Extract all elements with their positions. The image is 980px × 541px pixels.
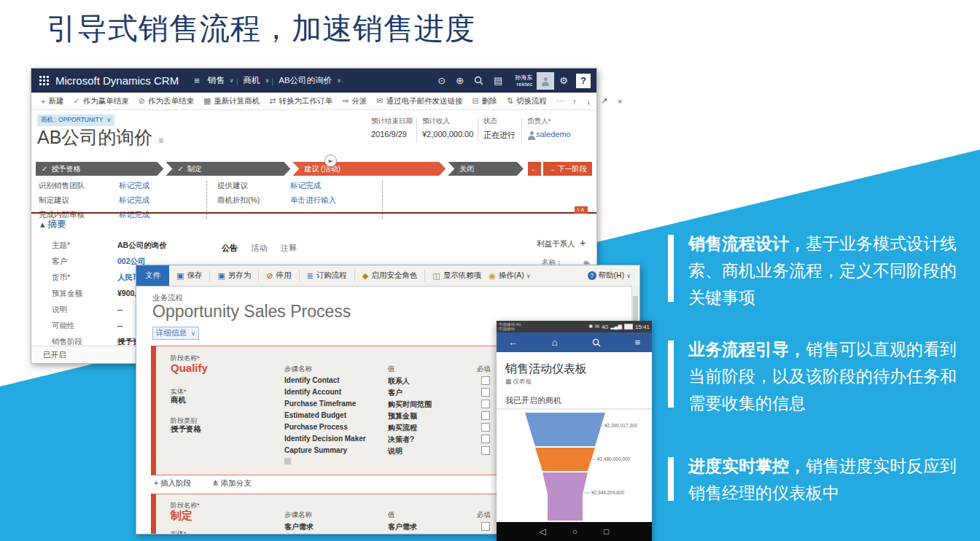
step-value[interactable]: 说明 — [388, 446, 402, 456]
chevron-down-icon[interactable]: ∨ — [230, 77, 234, 84]
tab-activities[interactable]: 活动 — [251, 244, 267, 252]
add-stakeholder-button[interactable]: + — [580, 237, 586, 249]
file-button[interactable]: 文件 — [136, 265, 169, 286]
task-action[interactable]: 标记完成 — [119, 181, 149, 191]
switch-process-button[interactable]: ⇅切换流程 — [507, 96, 547, 106]
next-stage-button[interactable]: →下一阶段 — [543, 162, 592, 176]
required-checkbox[interactable] — [481, 435, 490, 443]
step-name[interactable]: Identify Contact — [284, 376, 340, 384]
close-icon[interactable]: × — [618, 97, 622, 106]
stage-propose-active[interactable]: 建议 (活动) — [292, 162, 446, 176]
step-value[interactable]: 决策者? — [388, 435, 414, 445]
step-name[interactable]: Estimated Budget — [284, 411, 346, 419]
funnel-chart[interactable]: ¥2,390,017,300 ¥1,480,000,000 ¥2,944,209… — [502, 411, 646, 522]
android-back-button[interactable]: ◁ — [540, 526, 546, 537]
tab-posts[interactable]: 公告 — [222, 244, 238, 252]
chevron-down-icon[interactable]: ∨ — [337, 77, 341, 84]
deactivate-button[interactable]: ⊘停用 — [266, 270, 291, 281]
user-block[interactable]: 孙海东 rektec — [515, 74, 532, 87]
summary-section-title[interactable]: ▴ 摘要 — [40, 218, 66, 231]
funnel-segment-2[interactable] — [535, 448, 595, 471]
header-field-status[interactable]: 状态正在进行 — [483, 117, 516, 141]
new-button[interactable]: +新建 — [41, 96, 63, 106]
required-checkbox[interactable] — [481, 400, 490, 408]
hamburger-icon[interactable]: ≡ — [194, 75, 200, 86]
assign-button[interactable]: ⇒分派 — [342, 96, 367, 106]
stage-develop[interactable]: ✓制定 — [166, 162, 290, 176]
field-value[interactable]: -- — [117, 305, 122, 315]
step-name[interactable]: Identify Decision Maker — [284, 435, 366, 443]
nav-sales[interactable]: 销售 — [208, 75, 225, 86]
step-name[interactable]: Capture Summary — [284, 446, 347, 454]
quick-create-icon[interactable]: ⊕ — [456, 75, 464, 86]
step-name[interactable]: Purchase Timeframe — [284, 400, 356, 408]
header-field-est-close[interactable]: 预计结束日期2016/9/29 — [371, 117, 413, 139]
step-name[interactable]: Purchase Process — [284, 423, 348, 431]
recently-viewed-icon[interactable]: ⊙ — [438, 75, 446, 86]
stage-name-value[interactable]: Qualify — [171, 362, 208, 374]
field-value[interactable]: -- — [117, 321, 122, 331]
required-checkbox[interactable] — [481, 388, 490, 397]
save-button[interactable]: ▣保存 — [176, 270, 202, 281]
step-name[interactable]: Identify Account — [284, 388, 341, 396]
menu-icon[interactable]: ≡ — [634, 337, 640, 348]
security-roles-button[interactable]: ◆启用安全角色 — [362, 270, 417, 281]
android-home-button[interactable]: ○ — [572, 526, 578, 537]
step-value[interactable]: 客户需求 — [388, 522, 417, 532]
stage-qualify[interactable]: ✓授予资格 — [36, 162, 163, 176]
app-launcher-icon[interactable] — [39, 75, 50, 86]
save-as-button[interactable]: ▣另存为 — [217, 270, 251, 281]
task-action[interactable]: 标记完成 — [119, 195, 149, 206]
home-icon[interactable]: ⌂ — [552, 337, 558, 348]
add-branch-button[interactable]: ⋔ 添加分支 — [212, 478, 252, 489]
dashboard-subtitle[interactable]: ▦ 仪表板 — [505, 378, 532, 386]
required-checkbox[interactable] — [481, 446, 490, 455]
title-menu-icon[interactable]: ≡ — [158, 136, 163, 146]
record-type-badge[interactable]: 商机 : OPPORTUNITY ∨ — [37, 114, 114, 126]
more-commands-button[interactable]: ⋯ — [556, 96, 567, 106]
task-action[interactable]: 单击进行输入 — [290, 195, 336, 206]
field-value[interactable]: AB公司的询价 — [117, 241, 167, 251]
gear-icon[interactable]: ⚙ — [559, 75, 568, 86]
previous-stage-button[interactable]: ← — [528, 162, 541, 176]
delete-button[interactable]: ⊟删除 — [472, 96, 497, 106]
funnel-segment-3[interactable] — [542, 472, 588, 521]
help-menu[interactable]: ?帮助(H)∨ — [588, 270, 631, 281]
funnel-segment-1[interactable] — [525, 413, 605, 446]
step-value[interactable]: 联系人 — [388, 376, 410, 386]
chevron-down-icon[interactable]: ∨ — [265, 77, 270, 84]
actions-menu[interactable]: ◉操作(A)∨ — [489, 270, 530, 281]
required-checkbox[interactable] — [481, 522, 490, 531]
email-link-button[interactable]: ✉通过电子邮件发送链接 — [376, 96, 462, 106]
back-icon[interactable]: ← — [508, 337, 518, 348]
required-checkbox[interactable] — [481, 423, 490, 432]
add-step-stub[interactable] — [284, 458, 291, 464]
search-icon[interactable] — [592, 338, 601, 347]
insert-stage-button[interactable]: + 插入阶段 — [154, 478, 191, 489]
task-action[interactable]: 标记完成 — [290, 181, 321, 191]
show-dependencies-button[interactable]: ◫显示依赖项 — [432, 270, 481, 281]
step-value[interactable]: 建议的解决方案 — [388, 534, 439, 534]
close-as-won-button[interactable]: ✓作为赢单结束 — [73, 96, 128, 106]
step-value[interactable]: 预算金额 — [388, 411, 417, 421]
step-value[interactable]: 购买时间范围 — [388, 400, 432, 410]
header-field-owner[interactable]: 负责人* saledemo — [527, 117, 571, 139]
process-info-toggle[interactable]: i ∧ — [575, 206, 588, 214]
close-as-lost-button[interactable]: ⊘作为丢单结束 — [139, 96, 194, 106]
records-icon[interactable]: ▤ — [494, 75, 502, 86]
required-checkbox[interactable] — [481, 411, 490, 420]
scroll-down-icon[interactable]: ↓ — [586, 97, 591, 106]
tab-notes[interactable]: 注释 — [281, 244, 297, 252]
details-dropdown[interactable]: 详细信息 ∨ — [152, 327, 199, 340]
step-value[interactable]: 客户 — [388, 388, 402, 398]
android-recents-button[interactable]: □ — [604, 526, 609, 537]
convert-to-workorder-button[interactable]: ⇄转换为工作订单 — [269, 96, 332, 106]
scroll-up-icon[interactable]: ↑ — [572, 97, 577, 106]
nav-opportunities[interactable]: 商机 — [244, 75, 260, 86]
search-icon[interactable] — [474, 76, 483, 85]
order-process-button[interactable]: ≣订购流程 — [307, 270, 347, 281]
step-name[interactable]: 客户需求 — [284, 522, 314, 532]
help-icon[interactable]: ? — [576, 74, 591, 88]
required-checkbox[interactable] — [481, 534, 490, 534]
stage-name-value[interactable]: 制定 — [171, 509, 192, 523]
